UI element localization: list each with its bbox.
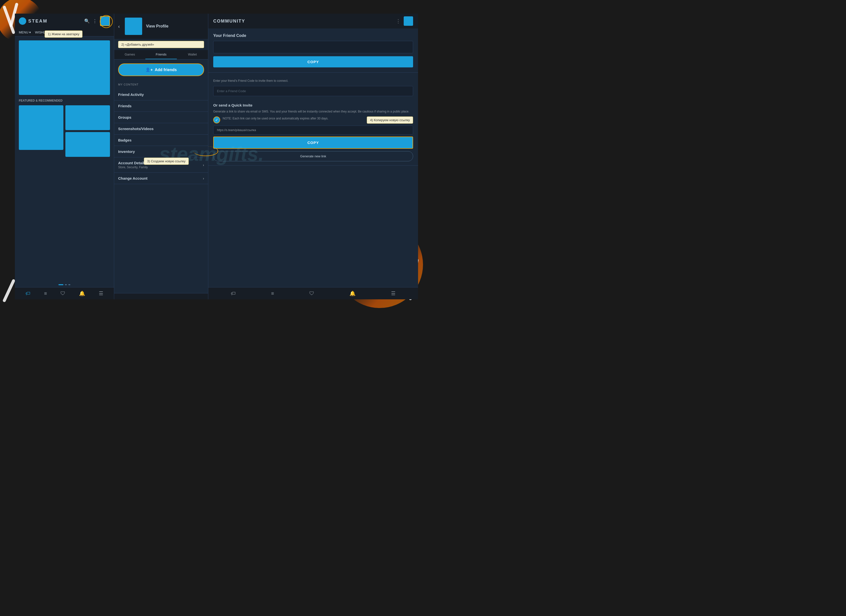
quick-invite-section: Or send a Quick Invite Generate a link t… [208,99,418,166]
menu-item-friend-activity[interactable]: Friend Activity [114,89,208,100]
main-banner [19,40,110,95]
friend-code-heading: Your Friend Code [213,34,413,38]
back-arrow[interactable]: ‹ [118,24,120,29]
helper-text: Enter your friend's Friend Code to invit… [213,79,413,83]
menu-item-friends[interactable]: Friends [114,100,208,112]
right-panel: COMMUNITY ⋮ Your Friend Code COPY Enter … [208,14,418,299]
steam-logo-text: STEAM [28,19,47,24]
r-nav-tag[interactable]: 🏷 [231,291,236,296]
copy-button-2[interactable]: COPY [213,137,413,148]
community-more-icon[interactable]: ⋮ [396,18,401,24]
nav-list-icon[interactable]: ≡ [44,291,47,296]
mid-bottom-nav [114,293,208,299]
quick-invite-text: Generate a link to share via email or SM… [213,109,413,114]
left-panel: STEAM 🔍 ⋮ 1) Жмем на аватарку MENU ▾ WIS… [15,14,114,299]
nav-menu[interactable]: MENU ▾ [19,31,31,34]
profile-avatar [125,18,142,35]
my-content-section: MY CONTENT [114,80,208,89]
middle-panel: ‹ View Profile 2) «Добавить друзей» Game… [114,14,208,299]
community-header: COMMUNITY ⋮ [208,14,418,28]
friend-code-input[interactable] [213,86,413,96]
featured-item-2[interactable] [65,105,110,130]
nav-tag-icon[interactable]: 🏷 [25,291,31,296]
ribbon-5 [2,279,15,303]
friend-code-display [213,41,413,53]
r-nav-list[interactable]: ≡ [271,291,274,296]
tab-wallet[interactable]: Wallet [177,50,208,59]
dot-2 [65,284,67,285]
add-friends-section: 👤+ Add friends [114,59,208,80]
copy-button-1[interactable]: COPY [213,56,413,68]
ribbon-1 [3,6,15,34]
dot-1 [59,284,63,285]
annotation-3: 3) Создаем новую ссылку [144,157,189,165]
profile-header: ‹ View Profile [114,14,208,39]
annotation-4: 4) Копируем новую ссылку [367,116,413,123]
right-bottom-nav: 🏷 ≡ 🛡 🔔 ☰ [208,287,418,299]
helper-section: Enter your friend's Friend Code to invit… [208,73,418,99]
note-row: ✓ NOTE: Each link can only be used once … [213,116,413,123]
r-nav-bell[interactable]: 🔔 [350,290,355,296]
invite-link-box: https://s.team/p/ваша/ссылка [213,126,413,135]
progress-dots [15,282,114,287]
annotation-1: 1) Жмем на аватарку [45,31,82,38]
community-avatar [404,16,413,26]
add-friends-icon: 👤+ [145,68,153,72]
content-area: FEATURED & RECOMMENDED [15,37,114,282]
quick-invite-title: Or send a Quick Invite [213,103,413,107]
add-friends-button[interactable]: 👤+ Add friends [118,63,204,76]
nav-menu-icon[interactable]: ☰ [99,290,103,296]
copy-section-2: COPY 3) Создаем новую ссылку [213,137,413,151]
arrow-icon-2: › [203,176,204,180]
my-content-label: MY CONTENT [118,83,204,86]
dot-3 [68,284,70,285]
steam-header: STEAM 🔍 ⋮ [15,14,114,28]
nav-bell-icon[interactable]: 🔔 [79,290,85,296]
more-icon[interactable]: ⋮ [93,18,97,24]
menu-item-badges[interactable]: Badges [114,135,208,146]
arrow-icon: › [203,163,204,167]
friend-code-section: Your Friend Code COPY [208,28,418,73]
check-icon: ✓ [213,116,220,123]
note-text: NOTE: Each link can only be used once an… [223,116,363,121]
search-icon[interactable]: 🔍 [84,18,90,24]
menu-item-change-account[interactable]: Change Account › [114,173,208,184]
menu-item-inventory[interactable]: Inventory [114,146,208,157]
r-nav-menu[interactable]: ☰ [391,290,395,296]
view-profile-button[interactable]: View Profile [146,24,168,28]
profile-tabs: Games Friends Wallet [114,50,208,59]
add-friends-label: Add friends [155,68,177,72]
avatar[interactable] [100,16,110,26]
header-icons: 🔍 ⋮ [84,16,110,26]
nav-shield-icon[interactable]: 🛡 [60,291,65,296]
featured-item-1[interactable] [19,105,63,150]
r-nav-shield[interactable]: 🛡 [309,291,314,296]
community-icons: ⋮ [396,16,413,26]
featured-title: FEATURED & RECOMMENDED [19,99,110,102]
menu-item-groups[interactable]: Groups [114,112,208,123]
featured-item-3[interactable] [65,132,110,157]
menu-list: Friend Activity Friends Groups Screensho… [114,89,208,293]
community-title: COMMUNITY [213,19,245,24]
tab-games[interactable]: Games [114,50,145,59]
featured-grid [19,105,110,157]
steam-logo-icon [19,17,26,25]
steam-logo: STEAM [19,17,47,25]
menu-item-screenshots[interactable]: Screenshots/Videos [114,123,208,135]
annotation-2: 2) «Добавить друзей» [118,41,204,48]
generate-new-link-button[interactable]: Generate new link [213,151,413,161]
tab-friends[interactable]: Friends [145,50,176,59]
left-bottom-nav: 🏷 ≡ 🛡 🔔 ☰ [15,287,114,299]
